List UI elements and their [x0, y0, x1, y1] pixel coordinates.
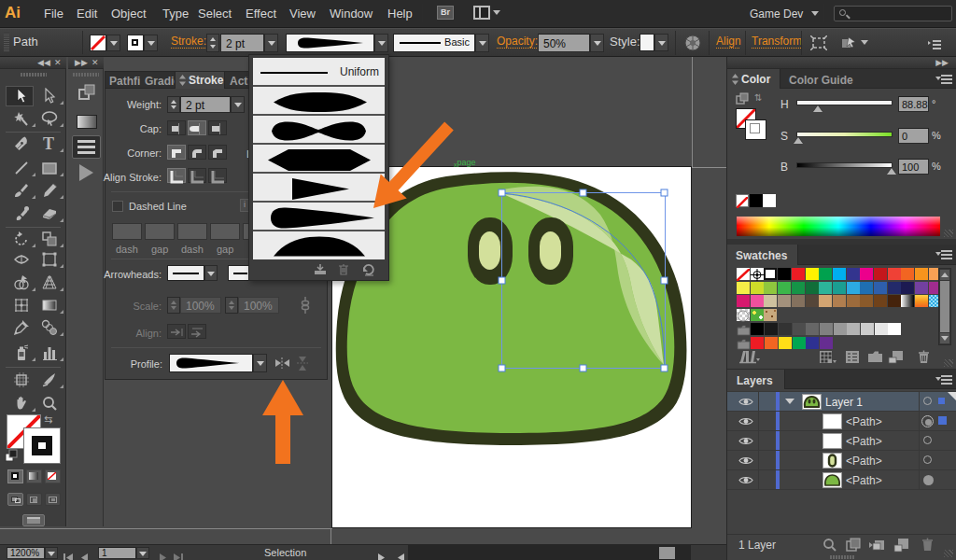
svg-text:T: T — [43, 135, 54, 152]
